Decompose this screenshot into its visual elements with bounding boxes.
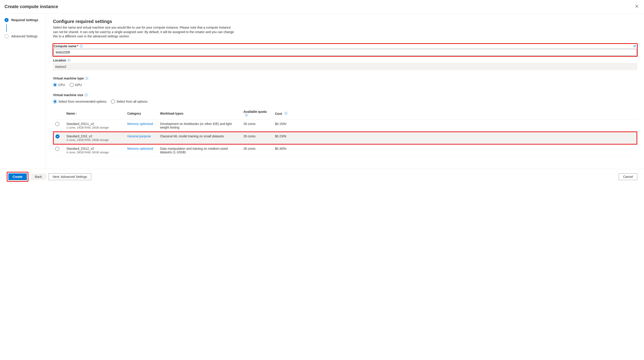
compute-name-field: Compute name * [52,43,638,57]
vm-workload: Development on Notebooks (or other IDE) … [158,120,242,132]
info-icon[interactable] [84,93,88,97]
vm-quota: 26 cores [242,132,273,144]
info-icon[interactable] [85,77,88,80]
vm-type-label: Virtual machine type [53,77,88,80]
sort-ascending-icon: ↑ [76,112,77,115]
step-connector [6,24,7,32]
row-radio[interactable] [55,122,59,126]
section-description: Select the name and virtual machine size… [53,25,236,39]
vm-workload: Data manipulation and training on medium… [158,144,242,156]
svg-point-8 [86,77,87,78]
vm-size-label: Virtual machine size [53,93,88,97]
next-button[interactable]: Next: Advanced Settings [48,173,92,180]
svg-rect-18 [286,113,286,114]
required-asterisk: * [77,44,78,48]
vm-size-table: Name↑ Category Workload types Available … [53,108,637,157]
checkmark-icon [4,18,8,22]
create-button[interactable]: Create [8,173,27,180]
back-button[interactable]: Back [31,173,46,180]
col-header-cost[interactable]: Cost [273,108,637,120]
dialog-header: Create compute instance [0,0,644,13]
close-icon[interactable] [634,3,640,10]
section-heading: Configure required settings [53,19,637,24]
svg-point-5 [69,59,69,60]
vm-cost: $0.30/hr [273,144,637,156]
step-advanced-settings[interactable]: Advanced Settings [4,34,46,38]
vm-cost: $0.15/hr [273,120,637,132]
svg-point-1 [81,45,81,45]
col-header-name[interactable]: Name↑ [65,108,126,120]
location-label: Location [53,58,70,62]
col-header-quota[interactable]: Available quota [242,108,273,120]
vm-category[interactable]: Memory optimized [128,147,153,150]
svg-rect-15 [246,115,246,116]
svg-point-3 [634,46,636,47]
svg-point-14 [246,114,246,114]
cancel-button[interactable]: Cancel [619,173,637,180]
vm-name: Standard_DS11_v2 [66,122,124,126]
location-value: eastus2 [53,63,637,70]
radio-gpu[interactable]: GPU [70,83,82,87]
col-header-workload[interactable]: Workload types [158,108,242,120]
vm-cost: $0.23/hr [273,132,637,144]
info-icon[interactable] [284,112,288,115]
svg-point-17 [286,112,286,113]
compute-name-label: Compute name * [54,44,83,48]
vm-name: Standard_DS3_v2 [66,134,124,138]
vm-category[interactable]: General purpose [128,134,151,138]
col-header-category[interactable]: Category [126,108,158,120]
vm-workload: Classical ML model training on small dat… [158,132,242,144]
row-radio[interactable] [56,134,60,139]
svg-rect-2 [81,46,81,47]
wizard-sidebar: Required Settings Advanced Settings [0,13,46,169]
vm-category[interactable]: Memory optimized [128,122,153,126]
compute-name-input[interactable] [54,49,636,56]
table-row[interactable]: Standard_DS12_v24 cores, 28GB RAM, 56GB … [54,144,637,156]
svg-rect-9 [86,78,87,79]
table-row[interactable]: Standard_DS3_v24 cores, 14GB RAM, 28GB s… [54,132,637,144]
vm-quota: 26 cores [242,120,273,132]
row-radio[interactable] [55,147,59,151]
radio-all-options[interactable]: Select from all options [111,100,148,104]
eye-icon[interactable] [633,45,636,48]
vm-quota: 26 cores [242,144,273,156]
table-row[interactable]: Standard_DS11_v22 cores, 14GB RAM, 28GB … [54,120,637,132]
circle-icon [4,34,8,38]
info-icon[interactable] [68,59,70,62]
step-required-settings[interactable]: Required Settings [4,18,46,22]
vm-specs: 4 cores, 14GB RAM, 28GB storage [66,139,124,142]
dialog-title: Create compute instance [4,4,58,9]
radio-cpu[interactable]: CPU [53,83,65,87]
step-label: Required Settings [11,18,38,22]
radio-recommended[interactable]: Select from recommended options [53,100,106,104]
info-icon[interactable] [80,45,83,48]
step-label: Advanced Settings [11,34,38,38]
main-content: Configure required settings Select the n… [46,13,644,169]
vm-name: Standard_DS12_v2 [66,147,124,150]
vm-specs: 4 cores, 28GB RAM, 56GB storage [66,151,124,154]
dialog-footer: Create Back Next: Advanced Settings Canc… [0,169,644,184]
svg-rect-6 [69,60,69,61]
info-icon[interactable] [245,114,248,117]
vm-specs: 2 cores, 14GB RAM, 28GB storage [66,126,124,129]
